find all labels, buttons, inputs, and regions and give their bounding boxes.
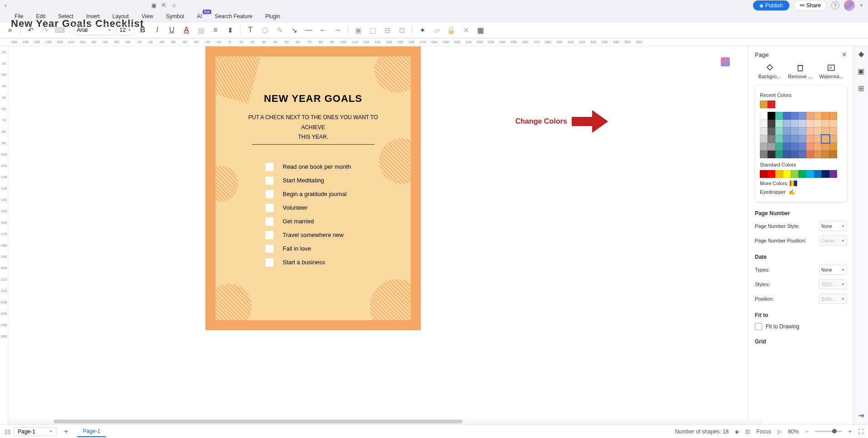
color-swatch[interactable] xyxy=(829,120,837,127)
text-tool-icon[interactable]: T xyxy=(244,24,257,36)
format-painter-icon[interactable]: ⌨ xyxy=(53,24,66,36)
checkbox[interactable] xyxy=(265,258,274,267)
menu-layout[interactable]: Layout xyxy=(106,13,135,20)
collapse-icon[interactable]: ⇥ xyxy=(857,411,866,420)
color-swatch[interactable] xyxy=(806,151,814,158)
color-swatch[interactable] xyxy=(822,120,829,127)
color-swatch[interactable] xyxy=(768,170,775,178)
menu-view[interactable]: View xyxy=(135,13,160,20)
fit-to-drawing-checkbox[interactable]: Fit to Drawing xyxy=(755,323,847,330)
color-swatch[interactable] xyxy=(806,127,814,135)
color-swatch[interactable] xyxy=(798,151,806,158)
color-swatch[interactable] xyxy=(783,127,791,135)
color-swatch[interactable] xyxy=(814,112,822,120)
color-swatch[interactable] xyxy=(760,170,768,178)
page-number-position-select[interactable]: Center▼ xyxy=(819,236,847,246)
page-number-style-select[interactable]: None▼ xyxy=(819,221,847,231)
date-position-select[interactable]: Botto...▼ xyxy=(819,294,847,304)
pages-icon[interactable]: ▯▯ xyxy=(5,428,11,435)
back-icon[interactable]: ‹ xyxy=(5,2,6,9)
tab-remove[interactable]: Remove ... xyxy=(788,64,812,79)
color-swatch[interactable] xyxy=(822,151,829,158)
checkbox[interactable] xyxy=(265,245,274,253)
color-swatch[interactable] xyxy=(798,127,806,135)
color-swatch[interactable] xyxy=(814,135,822,143)
layers-status-icon[interactable]: ◈ xyxy=(735,428,739,435)
underline-icon[interactable]: U xyxy=(165,24,178,36)
check-item[interactable]: Fall in love xyxy=(265,245,411,253)
color-swatch[interactable] xyxy=(783,112,791,120)
color-swatch[interactable] xyxy=(768,120,775,127)
date-styles-select[interactable]: 2023-...▼ xyxy=(819,279,847,289)
chevron-down-icon[interactable]: ▼ xyxy=(859,3,863,8)
doc-subtitle[interactable]: PUT A CHECK NEXT TO THE ONES YOU WANT TO… xyxy=(215,113,411,145)
color-swatch[interactable] xyxy=(829,151,837,158)
share-button[interactable]: ⚯Share xyxy=(794,0,827,11)
tab-watermark[interactable]: AWaterma... xyxy=(819,64,843,79)
color-swatch[interactable] xyxy=(775,170,783,178)
zoom-out-icon[interactable]: − xyxy=(805,428,808,435)
color-swatch[interactable] xyxy=(791,120,798,127)
color-swatch[interactable] xyxy=(760,120,768,127)
layer-front-icon[interactable]: ▢ xyxy=(366,24,379,36)
color-swatch[interactable] xyxy=(791,151,798,158)
page-select[interactable]: Page-1▼ xyxy=(14,427,57,436)
zoom-percent[interactable]: 80% xyxy=(788,428,799,435)
page-tab[interactable]: Page-1 xyxy=(77,426,106,437)
zoom-slider[interactable] xyxy=(815,431,842,432)
color-swatch[interactable] xyxy=(814,127,822,135)
group-icon[interactable]: ⊡ xyxy=(395,24,408,36)
menu-file[interactable]: File xyxy=(8,13,30,20)
checkbox[interactable] xyxy=(265,231,274,239)
color-swatch[interactable] xyxy=(760,112,768,120)
color-swatch[interactable] xyxy=(768,143,775,151)
more-colors-link[interactable]: More Colors xyxy=(760,181,842,186)
color-swatch[interactable] xyxy=(775,112,783,120)
date-types-select[interactable]: None▼ xyxy=(819,265,847,275)
arrow-end-icon[interactable]: → xyxy=(331,24,344,36)
color-swatch[interactable] xyxy=(822,127,829,135)
color-swatch[interactable] xyxy=(775,143,783,151)
check-item[interactable]: Start a business xyxy=(265,258,411,267)
checkbox[interactable] xyxy=(265,176,274,185)
color-swatch[interactable] xyxy=(829,135,837,143)
check-item[interactable]: Get married xyxy=(265,217,411,226)
lock-icon[interactable]: 🔒 xyxy=(445,24,458,36)
color-swatch[interactable] xyxy=(814,170,822,178)
bold-icon[interactable]: B xyxy=(136,24,149,36)
scrollbar-horizontal[interactable] xyxy=(8,419,763,424)
canvas[interactable]: NEW YEAR GOALS PUT A CHECK NEXT TO THE O… xyxy=(8,46,748,424)
color-swatch[interactable] xyxy=(829,170,837,178)
check-item[interactable]: Begin a gratitude journal xyxy=(265,190,411,198)
checkbox[interactable] xyxy=(265,217,274,226)
checkbox[interactable] xyxy=(265,163,274,171)
font-select[interactable]: Arial▼ xyxy=(74,25,115,35)
highlight-icon[interactable]: ▤ xyxy=(195,24,207,36)
layer-back-icon[interactable]: ▣ xyxy=(352,24,364,36)
color-swatch[interactable] xyxy=(791,112,798,120)
app-logo-icon[interactable] xyxy=(721,57,730,66)
pen-icon[interactable]: ✎ xyxy=(273,24,286,36)
color-swatch[interactable] xyxy=(783,143,791,151)
checkbox[interactable] xyxy=(265,190,274,198)
color-swatch[interactable] xyxy=(814,120,822,127)
presentation-icon[interactable]: ▷ xyxy=(778,428,782,435)
tab-background[interactable]: Backgro... xyxy=(758,64,781,79)
color-swatch[interactable] xyxy=(775,135,783,143)
color-swatch[interactable] xyxy=(806,143,814,151)
color-swatch[interactable] xyxy=(798,112,806,120)
check-item[interactable]: Travel somewhere new xyxy=(265,231,411,239)
line-style-icon[interactable]: — xyxy=(302,24,315,36)
fullscreen-icon[interactable]: ⛶ xyxy=(858,428,863,435)
fill-icon[interactable]: ◆ xyxy=(857,49,866,58)
menu-symbol[interactable]: Symbol xyxy=(160,13,190,20)
color-swatch[interactable] xyxy=(768,135,775,143)
color-swatch[interactable] xyxy=(806,120,814,127)
menu-search-feature[interactable]: Search Feature xyxy=(209,13,259,20)
color-swatch[interactable] xyxy=(775,120,783,127)
focus-label[interactable]: Focus xyxy=(756,428,771,435)
italic-icon[interactable]: I xyxy=(151,24,164,36)
check-item[interactable]: Volunteer xyxy=(265,204,411,212)
color-swatch[interactable] xyxy=(768,127,775,135)
export-icon[interactable]: ⇱ xyxy=(162,2,166,9)
